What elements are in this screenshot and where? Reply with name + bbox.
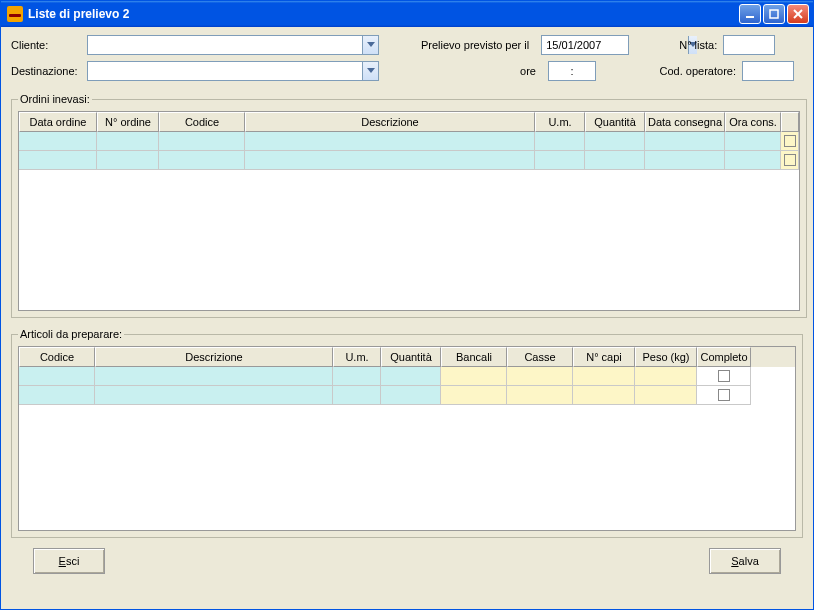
col-ora-cons[interactable]: Ora cons. bbox=[725, 112, 781, 132]
col2-quantita[interactable]: Quantità bbox=[381, 347, 441, 367]
col-quantita[interactable]: Quantità bbox=[585, 112, 645, 132]
destinazione-label: Destinazione: bbox=[11, 65, 81, 77]
chevron-down-icon[interactable] bbox=[362, 62, 378, 80]
ordini-inevasi-legend: Ordini inevasi: bbox=[18, 93, 92, 105]
nlista-input[interactable] bbox=[723, 35, 775, 55]
table-row[interactable] bbox=[19, 151, 799, 170]
salva-button[interactable]: Salva bbox=[709, 548, 781, 574]
cliente-input[interactable] bbox=[88, 39, 362, 51]
col2-um[interactable]: U.m. bbox=[333, 347, 381, 367]
svg-marker-6 bbox=[367, 68, 375, 73]
table-row[interactable] bbox=[19, 132, 799, 151]
cliente-label: Cliente: bbox=[11, 39, 81, 51]
row-checkbox[interactable] bbox=[784, 154, 796, 166]
svg-rect-0 bbox=[746, 16, 754, 18]
svg-marker-4 bbox=[367, 42, 375, 47]
row-checkbox[interactable] bbox=[718, 389, 730, 401]
col2-ncapi[interactable]: N° capi bbox=[573, 347, 635, 367]
salva-label-rest: alva bbox=[739, 555, 759, 567]
col-check bbox=[781, 112, 799, 132]
titlebar[interactable]: Liste di prelievo 2 bbox=[1, 1, 813, 27]
col2-completo[interactable]: Completo bbox=[697, 347, 751, 367]
col2-codice[interactable]: Codice bbox=[19, 347, 95, 367]
col-um[interactable]: U.m. bbox=[535, 112, 585, 132]
ordini-inevasi-group: Ordini inevasi: Data ordine N° ordine Co… bbox=[11, 93, 807, 318]
destinazione-dropdown[interactable] bbox=[87, 61, 379, 81]
articoli-preparare-grid[interactable]: Codice Descrizione U.m. Quantità Bancali… bbox=[18, 346, 796, 531]
articoli-preparare-group: Articoli da preparare: Codice Descrizion… bbox=[11, 328, 803, 538]
window-title: Liste di prelievo 2 bbox=[28, 7, 739, 21]
ore-label: ore bbox=[421, 65, 536, 77]
col2-peso[interactable]: Peso (kg) bbox=[635, 347, 697, 367]
content-area: Cliente: Prelievo previsto per il N° lis… bbox=[1, 27, 813, 609]
col2-casse[interactable]: Casse bbox=[507, 347, 573, 367]
col-n-ordine[interactable]: N° ordine bbox=[97, 112, 159, 132]
articoli-preparare-legend: Articoli da preparare: bbox=[18, 328, 124, 340]
codop-input[interactable] bbox=[742, 61, 794, 81]
esci-button[interactable]: Esci bbox=[33, 548, 105, 574]
prelievo-date-dropdown[interactable] bbox=[541, 35, 629, 55]
ordini-inevasi-grid[interactable]: Data ordine N° ordine Codice Descrizione… bbox=[18, 111, 800, 311]
prelievo-label: Prelievo previsto per il bbox=[421, 39, 529, 51]
table-row[interactable] bbox=[19, 386, 795, 405]
col2-bancali[interactable]: Bancali bbox=[441, 347, 507, 367]
row-checkbox[interactable] bbox=[718, 370, 730, 382]
col-data-consegna[interactable]: Data consegna bbox=[645, 112, 725, 132]
close-button[interactable] bbox=[787, 4, 809, 24]
nlista-label: N° lista: bbox=[659, 39, 717, 51]
svg-rect-1 bbox=[770, 10, 778, 18]
col-codice[interactable]: Codice bbox=[159, 112, 245, 132]
col-descrizione[interactable]: Descrizione bbox=[245, 112, 535, 132]
ore-input[interactable] bbox=[548, 61, 596, 81]
row-checkbox[interactable] bbox=[784, 135, 796, 147]
col2-descrizione[interactable]: Descrizione bbox=[95, 347, 333, 367]
codop-label: Cod. operatore: bbox=[658, 65, 736, 77]
footer: Esci Salva bbox=[11, 538, 803, 586]
table-row[interactable] bbox=[19, 367, 795, 386]
app-icon bbox=[7, 6, 23, 22]
col-data-ordine[interactable]: Data ordine bbox=[19, 112, 97, 132]
esci-label-rest: sci bbox=[66, 555, 79, 567]
cliente-dropdown[interactable] bbox=[87, 35, 379, 55]
app-window: Liste di prelievo 2 Cliente: Prelievo bbox=[0, 0, 814, 610]
destinazione-input[interactable] bbox=[88, 65, 362, 77]
minimize-button[interactable] bbox=[739, 4, 761, 24]
maximize-button[interactable] bbox=[763, 4, 785, 24]
chevron-down-icon[interactable] bbox=[362, 36, 378, 54]
